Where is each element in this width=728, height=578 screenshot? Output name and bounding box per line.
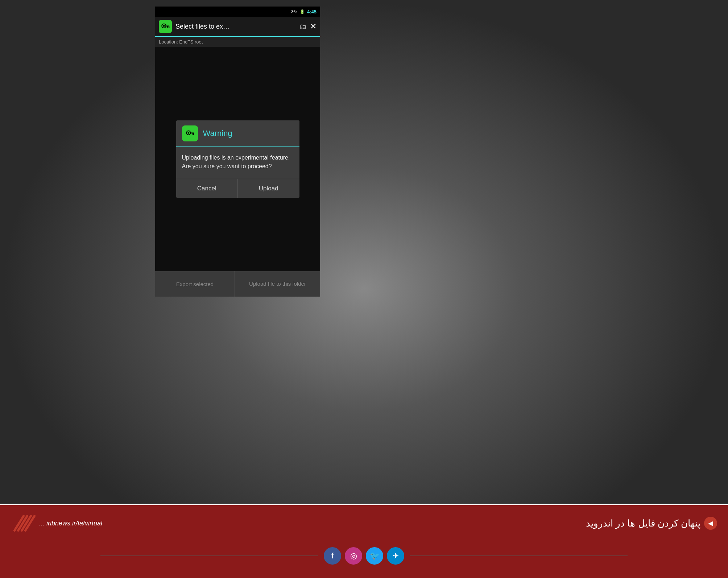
instagram-icon[interactable]: ◎ [345,547,362,565]
back-button[interactable]: ◀ [704,517,717,530]
warning-dialog: Warning Uploading files is an experiment… [176,120,299,198]
telegram-icon[interactable]: ✈ [387,547,404,565]
twitter-icon[interactable]: 🐦 [366,547,383,565]
right-divider [410,556,628,556]
svg-rect-8 [193,133,194,135]
export-selected-button[interactable]: Export selected [155,271,235,297]
dialog-overlay: Warning Uploading files is an experiment… [155,47,320,271]
svg-point-1 [163,25,165,27]
cancel-button[interactable]: Cancel [176,179,238,198]
bottom-bar: ... iribnews.ir/fa/virtual پنهان کردن فا… [0,504,728,578]
main-content: Warning Uploading files is an experiment… [155,47,320,271]
svg-point-6 [187,132,189,133]
bottom-bar-content: ... iribnews.ir/fa/virtual پنهان کردن فا… [0,505,728,541]
dialog-buttons: Cancel Upload [176,179,299,198]
app-icon [159,20,172,33]
twitter-label: 🐦 [370,551,380,561]
close-icon[interactable]: ✕ [310,22,317,31]
background-vignette [0,0,728,578]
folder-icon[interactable]: 🗂 [299,22,306,31]
dialog-message: Uploading files is an experimental featu… [182,154,290,169]
app-header: Select files to ex… 🗂 ✕ [155,17,320,37]
bottom-action-buttons: Export selected Upload file to this fold… [155,271,320,297]
telegram-label: ✈ [392,551,399,561]
upload-button[interactable]: Upload [238,179,299,198]
upload-file-button[interactable]: Upload file to this folder [235,271,320,297]
dialog-header: Warning [176,120,299,147]
svg-rect-2 [166,26,170,26]
facebook-icon[interactable]: f [324,547,341,565]
app-title: Select files to ex… [175,23,295,30]
location-text: Location: EncFS root [159,39,203,45]
logo-text: ... iribnews.ir/fa/virtual [39,520,102,527]
status-time: 4:45 [307,9,317,15]
left-divider [100,556,318,556]
persian-title-area: پنهان کردن فایل ها در اندروید ◀ [108,517,717,530]
persian-title: پنهان کردن فایل ها در اندروید [108,518,700,529]
svg-rect-4 [167,26,168,28]
phone-frame: 36↑ 🔋 4:45 Select files to ex… 🗂 ✕ Locat… [155,7,320,297]
signal-indicator: 36↑ [291,9,298,14]
instagram-label: ◎ [350,551,357,561]
key-icon [161,22,170,31]
facebook-label: f [331,551,334,561]
social-icons: f ◎ 🐦 ✈ [324,547,404,565]
svg-rect-3 [169,26,169,28]
battery-icon: 🔋 [300,9,305,14]
dialog-title: Warning [203,129,232,138]
social-bar: f ◎ 🐦 ✈ [0,541,728,570]
svg-rect-7 [190,132,194,133]
dialog-body: Uploading files is an experimental featu… [176,147,299,179]
location-bar: Location: EncFS root [155,37,320,47]
irib-logo-icon [11,512,36,534]
status-bar: 36↑ 🔋 4:45 [155,7,320,17]
dialog-key-icon [182,125,198,141]
logo-area: ... iribnews.ir/fa/virtual [11,512,102,534]
logo-graphic [11,512,36,534]
svg-rect-9 [191,133,192,135]
